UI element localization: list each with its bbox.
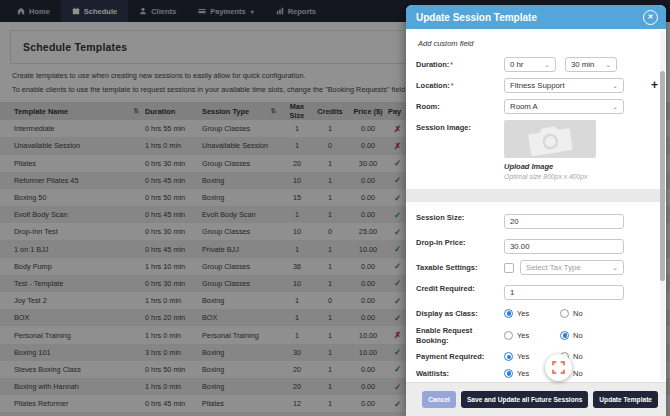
field-display-as-class: Display as Class: Yes No [416, 306, 624, 319]
radio-icon[interactable] [504, 369, 513, 378]
radio-option-yes[interactable]: Yes [504, 309, 560, 318]
session-image-placeholder[interactable] [504, 120, 596, 158]
field-label: Session Size: [416, 210, 504, 229]
field-taxable-settings: Taxable Settings: Select Tax Type⌄ [416, 260, 624, 275]
field-duration: Duration:* 0 hr⌄ 30 min⌄ [416, 57, 624, 72]
chevron-down-icon: ⌄ [605, 61, 611, 68]
field-session-size: Session Size: [416, 210, 624, 229]
field-label: Room: [416, 99, 504, 114]
taxable-checkbox[interactable] [504, 263, 514, 273]
location-select[interactable]: Fitness Support⌄ [504, 78, 624, 93]
field-credit-required: Credit Required: [416, 281, 624, 300]
field-drop-in-price: Drop-in Price: [416, 235, 624, 254]
chevron-down-icon: ⌄ [612, 82, 618, 89]
save-future-sessions-button[interactable]: Save and Update all Future Sessions [461, 391, 588, 408]
modal-footer: Cancel Save and Update all Future Sessio… [406, 382, 666, 416]
radio-icon[interactable] [504, 352, 513, 361]
chevron-down-icon: ⌄ [612, 103, 618, 110]
radio-icon[interactable] [504, 331, 513, 340]
required-asterisk: * [450, 60, 453, 69]
radio-option-no[interactable]: No [560, 309, 616, 318]
add-location-button[interactable]: + [651, 79, 658, 92]
field-label: Location:* [416, 78, 504, 93]
required-asterisk: * [451, 81, 454, 90]
modal-header: Update Session Template ✕ [406, 5, 666, 29]
duration-minutes-select[interactable]: 30 min⌄ [565, 57, 617, 72]
field-enable-request-booking: Enable Request Booking: Yes No [416, 323, 624, 346]
modal-title: Update Session Template [416, 12, 537, 23]
field-label: Credit Required: [416, 281, 504, 300]
field-room: Room: Room A⌄ [416, 99, 624, 114]
credit-required-input[interactable] [504, 285, 624, 300]
chevron-down-icon: ⌄ [544, 61, 550, 68]
screen: Home Schedule Clients Payments ▾ Reports… [0, 0, 670, 416]
update-template-button[interactable]: Update Template [593, 391, 658, 408]
field-label: Taxable Settings: [416, 260, 504, 275]
modal-scrollbar[interactable] [660, 31, 665, 380]
field-label: Drop-in Price: [416, 235, 504, 254]
room-select[interactable]: Room A⌄ [504, 99, 624, 114]
field-label: Display as Class: [416, 306, 504, 319]
radio-icon[interactable] [504, 309, 513, 318]
radio-icon[interactable] [560, 309, 569, 318]
drop-in-price-input[interactable] [504, 239, 624, 254]
field-label: Payment Required: [416, 349, 504, 362]
field-label: Duration:* [416, 57, 504, 72]
chevron-down-icon: ⌄ [612, 264, 618, 271]
modal-section-settings: Session Size: Drop-in Price: Taxable Set… [406, 202, 666, 382]
close-icon[interactable]: ✕ [643, 10, 658, 25]
field-location: Location:* Fitness Support⌄ + [416, 78, 624, 93]
cancel-button[interactable]: Cancel [422, 391, 456, 408]
tax-type-select[interactable]: Select Tax Type⌄ [520, 260, 624, 275]
modal-section-top: Add custom field Duration:* 0 hr⌄ 30 min… [406, 29, 666, 189]
radio-icon[interactable] [560, 331, 569, 340]
scrollbar-thumb[interactable] [660, 71, 665, 281]
field-label: Enable Request Booking: [416, 323, 504, 346]
modal-body: Add custom field Duration:* 0 hr⌄ 30 min… [406, 29, 666, 382]
upload-image-link[interactable]: Upload Image [504, 162, 624, 171]
field-label: Waitlists: [416, 366, 504, 379]
radio-option-yes[interactable]: Yes [504, 331, 560, 340]
add-custom-field-link[interactable]: Add custom field [418, 39, 624, 48]
duration-hours-select[interactable]: 0 hr⌄ [504, 57, 556, 72]
radio-option-no[interactable]: No [560, 331, 616, 340]
field-label: Session Image: [416, 120, 504, 180]
update-session-template-modal: Update Session Template ✕ Add custom fie… [406, 5, 666, 416]
field-payment-required: Payment Required: Yes No [416, 349, 624, 362]
field-session-image: Session Image: Upload Image Optimal size… [416, 120, 624, 180]
click-indicator-icon [545, 354, 572, 381]
field-waitlists: Waitlists: Yes No [416, 366, 624, 379]
image-size-hint: Optimal size 800px x 400px [504, 173, 624, 180]
session-size-input[interactable] [504, 214, 624, 229]
camera-icon [516, 120, 585, 158]
